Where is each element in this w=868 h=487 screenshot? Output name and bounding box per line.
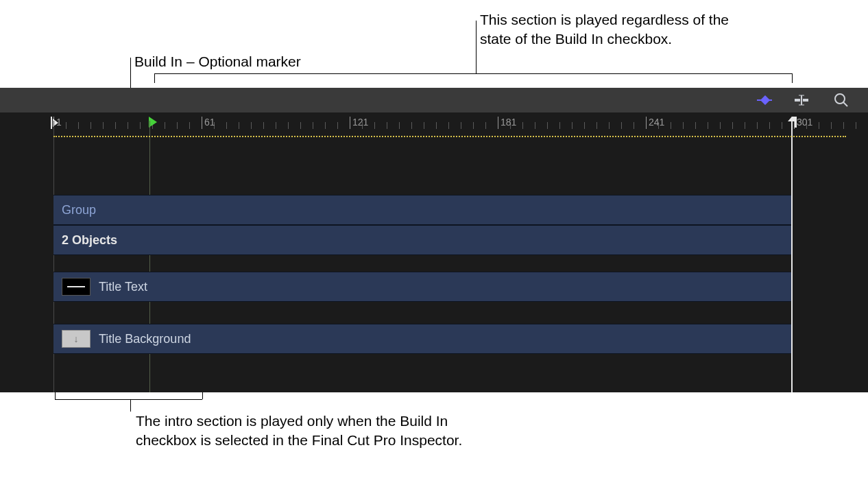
callout-tick <box>202 392 203 399</box>
ruler-tick <box>559 122 560 129</box>
ruler-label: 61 <box>204 117 215 128</box>
ruler-tick <box>572 122 572 129</box>
snap-icon[interactable] <box>791 93 812 108</box>
ruler-tick <box>239 122 239 129</box>
ruler-tick <box>202 117 202 129</box>
callout-tick <box>55 392 56 399</box>
ruler-tick <box>485 122 486 129</box>
callout-tick <box>154 73 155 83</box>
ruler-tick <box>103 122 104 129</box>
timeline-panel: 161121181241301 <box>0 88 868 392</box>
svg-rect-2 <box>803 99 808 102</box>
ruler-label: 181 <box>501 117 516 128</box>
ruler-tick <box>115 122 116 129</box>
annotation-top-right: This section is played regardless of the… <box>480 10 740 49</box>
ruler-tick <box>757 122 758 129</box>
ruler-tick <box>720 122 721 129</box>
layer-thumbnail <box>62 278 91 296</box>
ruler-tick <box>584 122 585 129</box>
ruler-tick <box>819 122 819 129</box>
ruler-label: 121 <box>352 117 368 128</box>
annotation-intro-section: The intro section is played only when th… <box>136 412 479 451</box>
svg-rect-3 <box>801 95 802 105</box>
ruler-tick <box>708 122 708 129</box>
ruler-tick <box>387 122 387 129</box>
ruler-tick <box>522 122 523 129</box>
ruler-tick <box>91 122 91 129</box>
ruler-tick <box>189 122 190 129</box>
ruler-tick <box>609 122 610 129</box>
ruler-tick <box>411 122 412 129</box>
callout-line <box>130 399 131 412</box>
ruler-tick <box>473 122 474 129</box>
ruler-tick <box>263 122 264 129</box>
layer-name: Title Background <box>99 332 191 346</box>
ruler-label: 301 <box>797 117 812 128</box>
play-range-start-marker[interactable] <box>51 117 60 129</box>
svg-point-4 <box>835 94 845 104</box>
ruler-tick <box>374 122 375 129</box>
ruler-tick <box>300 122 301 129</box>
ruler-tick <box>856 122 856 129</box>
ruler-label: 241 <box>649 117 664 128</box>
ruler-tick <box>251 122 252 129</box>
svg-rect-0 <box>760 95 770 105</box>
ruler-tick <box>313 122 313 129</box>
ruler-tick <box>325 122 326 129</box>
ruler-tick <box>596 122 597 129</box>
group-track-header[interactable]: Group <box>53 195 791 225</box>
ruler-tick <box>448 122 449 129</box>
ruler-tick <box>436 122 437 129</box>
group-object-count-row[interactable]: 2 Objects <box>53 225 791 255</box>
ruler-tick <box>128 122 128 129</box>
ruler-tick <box>276 122 276 129</box>
ruler-tick <box>337 122 338 129</box>
ruler-tick <box>782 122 782 129</box>
ruler-tick <box>498 117 498 129</box>
timeline-toolbar <box>0 88 868 112</box>
magnifier-icon[interactable] <box>831 93 852 108</box>
ruler-tick <box>683 122 684 129</box>
ruler-tick <box>695 122 696 129</box>
playhead-line[interactable] <box>791 121 793 392</box>
ruler-tick <box>831 122 832 129</box>
layer-name: Title Text <box>99 280 147 294</box>
layer-track-title-background[interactable]: Title Background <box>53 324 791 354</box>
ruler-tick <box>399 122 400 129</box>
ruler-tick <box>140 122 141 129</box>
ruler-tick <box>621 122 622 129</box>
group-label: Group <box>62 203 96 217</box>
ruler-tick <box>177 122 178 129</box>
callout-bracket <box>154 73 792 74</box>
svg-rect-1 <box>795 99 800 102</box>
callout-bracket <box>55 399 202 400</box>
ruler-tick <box>843 122 844 129</box>
keyframe-diamond-icon[interactable] <box>754 93 775 108</box>
project-range-indicator <box>53 136 846 137</box>
layer-track-title-text[interactable]: Title Text <box>53 272 791 302</box>
ruler-tick <box>226 122 227 129</box>
ruler-tick <box>671 122 671 129</box>
ruler-tick <box>461 122 461 129</box>
ruler-tick <box>424 122 424 129</box>
callout-line <box>476 21 477 73</box>
callout-tick <box>792 73 793 83</box>
ruler-tick <box>646 117 647 129</box>
timeline-ruler[interactable]: 161121181241301 <box>0 112 868 134</box>
ruler-tick <box>165 122 165 129</box>
ruler-tick <box>66 122 67 129</box>
ruler-tick <box>288 122 289 129</box>
ruler-tick <box>535 122 535 129</box>
group-object-count: 2 Objects <box>62 233 117 248</box>
ruler-tick <box>769 122 770 129</box>
annotation-build-in-marker: Build In – Optional marker <box>134 52 301 71</box>
ruler-tick <box>547 122 548 129</box>
ruler-tick <box>732 122 733 129</box>
layer-thumbnail <box>62 330 91 348</box>
ruler-tick <box>350 117 350 129</box>
ruler-tick <box>634 122 634 129</box>
ruler-tick <box>78 122 79 129</box>
svg-rect-5 <box>51 117 52 129</box>
ruler-tick <box>745 122 745 129</box>
